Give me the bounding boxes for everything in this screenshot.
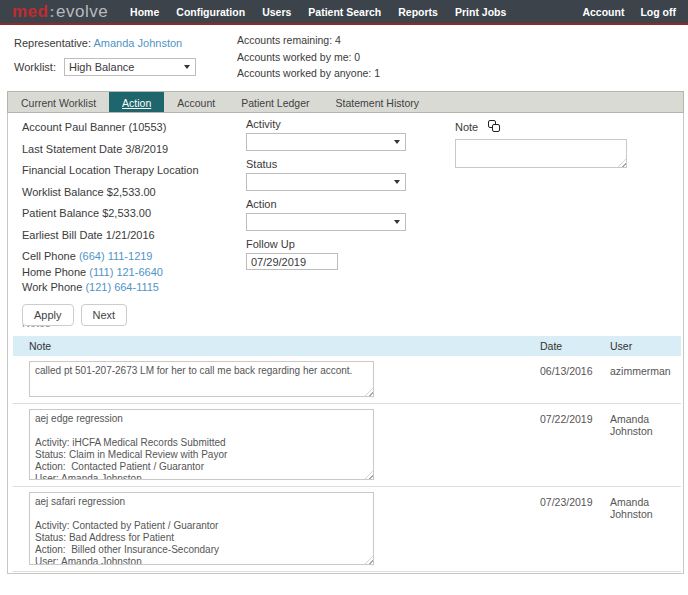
copy-note-icon[interactable] (488, 120, 501, 133)
note-textarea-wrap (455, 139, 627, 168)
tab-strip: Current Worklist Action Account Patient … (7, 91, 684, 113)
home-phone-label: Home Phone (22, 266, 86, 278)
field-earliest-bill-date: Earliest Bill Date 1/21/2016 (22, 229, 247, 241)
work-phone-row: Work Phone (121) 664-1115 (22, 281, 247, 293)
representative-row: Representative: Amanda Johnston (14, 37, 182, 49)
copy-icon-front-square (492, 124, 500, 132)
note-row: called pt 501-207-2673 LM for her to cal… (13, 356, 681, 404)
accounts-worked-by-anyone: Accounts worked by anyone: 1 (237, 67, 380, 79)
logo-separator-icon: : (49, 3, 55, 20)
note-row-user: azimmerman (610, 361, 681, 397)
tab-current-worklist[interactable]: Current Worklist (8, 92, 109, 112)
tab-account[interactable]: Account (164, 92, 228, 112)
note-row-date: 06/13/2016 (540, 361, 610, 397)
nav-reports[interactable]: Reports (398, 6, 438, 18)
notes-table: Note Date User called pt 501-207-2673 LM… (13, 336, 681, 572)
tab-action[interactable]: Action (109, 92, 164, 112)
account-summary-column: Account Paul Banner (10553) Last Stateme… (22, 121, 247, 326)
field-worklist-balance: Worklist Balance $2,533.00 (22, 186, 247, 198)
field-patient-balance: Patient Balance $2,533.00 (22, 207, 247, 219)
note-header: Note (455, 120, 627, 133)
field-worklist-balance-value: $2,533.00 (107, 186, 156, 198)
col-header-date: Date (540, 336, 610, 356)
home-phone-row: Home Phone (111) 121-6640 (22, 266, 247, 278)
field-last-statement-date: Last Statement Date 3/8/2019 (22, 143, 247, 155)
cell-phone-row: Cell Phone (664) 111-1219 (22, 250, 247, 262)
logo-evolve: evolve (56, 2, 108, 22)
field-account: Account Paul Banner (10553) (22, 121, 247, 133)
activity-select[interactable] (246, 133, 406, 151)
field-account-label: Account (22, 121, 62, 133)
nav-users[interactable]: Users (262, 6, 291, 18)
accounts-remaining: Accounts remaining: 4 (237, 34, 380, 46)
home-phone-link[interactable]: (111) 121-6640 (89, 266, 163, 278)
worklist-select-wrap: High Balance (64, 58, 196, 76)
worklist-row: Worklist: High Balance (14, 58, 196, 76)
note-label: Note (455, 121, 478, 133)
nav-home[interactable]: Home (130, 6, 159, 18)
action-form-column: Activity Status Action (246, 118, 406, 277)
status-label: Status (246, 158, 406, 170)
note-row: aej safari regression Activity: Contacte… (13, 487, 681, 572)
action-buttons-row: Apply Next (22, 304, 247, 326)
note-row-textarea[interactable]: aej safari regression Activity: Contacte… (29, 492, 374, 565)
logo-med: med (12, 2, 48, 22)
medevolve-logo: med : evolve (12, 2, 108, 22)
action-select[interactable] (246, 213, 406, 231)
tab-statement-history[interactable]: Statement History (323, 92, 432, 112)
nav-log-off[interactable]: Log off (640, 6, 676, 18)
activity-group: Activity (246, 118, 406, 151)
notes-section: Notes Note Date User called pt 501-207-2… (8, 317, 683, 572)
app-header: med : evolve Home Configuration Users Pa… (0, 0, 688, 25)
note-row-textarea[interactable]: called pt 501-207-2673 LM for her to cal… (29, 361, 374, 397)
followup-date-input[interactable] (246, 253, 338, 270)
notes-table-header: Note Date User (13, 336, 681, 356)
nav-print-jobs[interactable]: Print Jobs (455, 6, 506, 18)
status-select[interactable] (246, 173, 406, 191)
col-header-note: Note (13, 336, 540, 356)
representative-link[interactable]: Amanda Johnston (94, 37, 183, 49)
tab-patient-ledger[interactable]: Patient Ledger (228, 92, 322, 112)
field-financial-location: Financial Location Therapy Location (22, 164, 247, 176)
field-earliest-bill-date-label: Earliest Bill Date (22, 229, 103, 241)
nav-patient-search[interactable]: Patient Search (308, 6, 381, 18)
followup-label: Follow Up (246, 238, 406, 250)
activity-select-wrap (246, 133, 406, 151)
field-last-statement-date-label: Last Statement Date (22, 143, 122, 155)
apply-button[interactable]: Apply (22, 304, 74, 326)
cell-phone-link[interactable]: (664) 111-1219 (79, 250, 153, 262)
worklist-toolbar: Representative: Amanda Johnston Worklist… (0, 25, 688, 91)
field-earliest-bill-date-value: 1/21/2016 (106, 229, 155, 241)
field-patient-balance-value: $2,533.00 (102, 207, 151, 219)
note-textarea[interactable] (455, 139, 627, 168)
action-label: Action (246, 198, 406, 210)
note-entry-column: Note (455, 120, 627, 168)
nav-account[interactable]: Account (582, 6, 624, 18)
activity-label: Activity (246, 118, 406, 130)
next-button[interactable]: Next (81, 304, 128, 326)
action-select-wrap (246, 213, 406, 231)
field-worklist-balance-label: Worklist Balance (22, 186, 104, 198)
cell-phone-label: Cell Phone (22, 250, 76, 262)
followup-group: Follow Up (246, 238, 406, 270)
action-group: Action (246, 198, 406, 231)
accounts-summary: Accounts remaining: 4 Accounts worked by… (237, 34, 380, 84)
status-group: Status (246, 158, 406, 191)
field-financial-location-label: Financial Location (22, 164, 111, 176)
main-nav: Home Configuration Users Patient Search … (130, 6, 506, 18)
panel-top: Account Paul Banner (10553) Last Stateme… (8, 113, 683, 313)
representative-label: Representative: (14, 37, 91, 49)
work-phone-link[interactable]: (121) 664-1115 (85, 281, 159, 293)
nav-configuration[interactable]: Configuration (176, 6, 245, 18)
phone-list: Cell Phone (664) 111-1219 Home Phone (11… (22, 250, 247, 293)
worklist-select[interactable]: High Balance (64, 58, 196, 76)
worklist-label: Worklist: (14, 61, 56, 73)
note-row-textarea-wrap: called pt 501-207-2673 LM for her to cal… (29, 361, 374, 397)
accounts-worked-by-me: Accounts worked by me: 0 (237, 51, 380, 63)
note-row: aej edge regression Activity: iHCFA Medi… (13, 404, 681, 487)
note-row-textarea[interactable]: aej edge regression Activity: iHCFA Medi… (29, 409, 374, 480)
action-tab-panel: Account Paul Banner (10553) Last Stateme… (7, 113, 684, 574)
note-row-user: Amanda Johnston (610, 409, 681, 480)
field-patient-balance-label: Patient Balance (22, 207, 99, 219)
note-row-user: Amanda Johnston (610, 492, 681, 565)
